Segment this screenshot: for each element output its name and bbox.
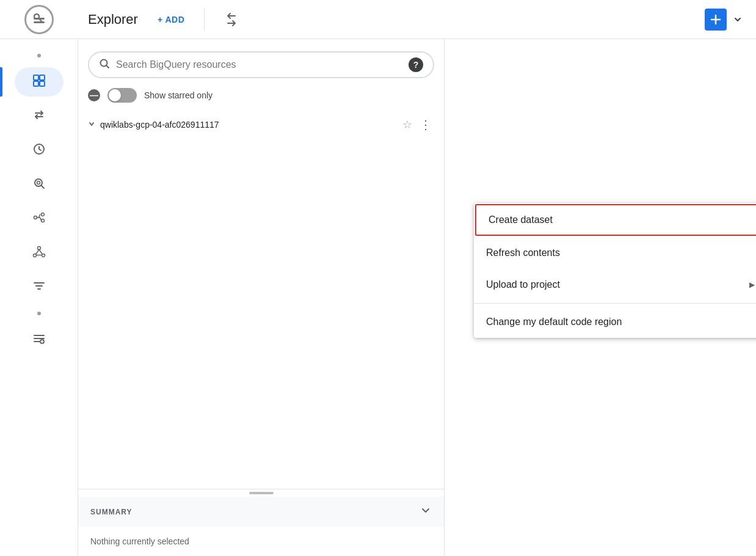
menu-item-change-region-label: Change my default code region — [486, 316, 622, 327]
svg-point-15 — [33, 254, 36, 257]
svg-rect-1 — [34, 21, 45, 23]
svg-point-12 — [41, 213, 44, 216]
project-row: qwiklabs-gcp-04-afc026911117 ☆ ⋮ — [78, 110, 444, 139]
top-header: Explorer + ADD — [0, 0, 756, 39]
sidebar-item-explorer[interactable] — [15, 67, 64, 97]
search-area: ? — [78, 39, 444, 86]
explorer-panel: ? — Show starred only qwiklabs-gcp-04-af… — [78, 39, 445, 556]
svg-point-14 — [37, 246, 40, 249]
svg-rect-7 — [40, 81, 45, 86]
help-icon[interactable]: ? — [409, 57, 423, 72]
svg-point-9 — [35, 179, 42, 186]
menu-item-upload-to-project-label: Upload to project — [486, 279, 560, 290]
page-title: Explorer — [88, 12, 138, 27]
menu-item-change-region[interactable]: Change my default code region — [474, 306, 756, 338]
header-divider — [204, 9, 205, 31]
vertex-icon — [32, 245, 46, 262]
filter-icon — [32, 279, 46, 296]
menu-item-create-dataset-label: Create dataset — [489, 214, 553, 225]
summary-section: SUMMARY Nothing currently selected — [78, 489, 444, 556]
summary-content: Nothing currently selected — [78, 527, 444, 556]
sidebar — [0, 39, 78, 556]
svg-rect-4 — [34, 75, 38, 80]
project-name: qwiklabs-gcp-04-afc026911117 — [100, 120, 398, 130]
svg-rect-5 — [40, 75, 45, 80]
header-right-actions — [705, 9, 756, 31]
drag-handle[interactable] — [78, 489, 444, 497]
sidebar-item-transfers[interactable] — [15, 101, 64, 131]
sidebar-item-vertex[interactable] — [15, 238, 64, 268]
sidebar-item-dataflow[interactable] — [15, 204, 64, 233]
header-title-area: Explorer + ADD — [78, 7, 705, 32]
sidebar-item-filter[interactable] — [15, 273, 64, 302]
starred-toggle-row: — Show starred only — [78, 86, 444, 110]
summary-chevron-icon[interactable] — [420, 504, 432, 519]
search-icon — [99, 58, 110, 72]
toggle-switch[interactable] — [107, 88, 137, 103]
search-jobs-icon — [32, 177, 46, 193]
summary-title: SUMMARY — [90, 508, 133, 516]
sidebar-item-list[interactable] — [15, 325, 64, 354]
drag-handle-bar — [249, 492, 274, 494]
summary-header: SUMMARY — [78, 497, 444, 527]
sidebar-dot-top — [37, 54, 41, 57]
toggle-minus-icon: — — [88, 89, 100, 101]
toggle-thumb — [109, 89, 121, 101]
toggle-track — [107, 88, 137, 103]
logo-area — [0, 5, 78, 34]
collapse-button[interactable] — [219, 7, 244, 32]
svg-point-16 — [42, 254, 45, 257]
more-options-icon[interactable]: ⋮ — [417, 115, 434, 134]
menu-item-refresh-contents-label: Refresh contents — [486, 247, 560, 258]
starred-label: Show starred only — [144, 90, 213, 100]
search-input[interactable] — [116, 59, 402, 70]
submenu-arrow-icon: ▶ — [749, 280, 755, 289]
add-button[interactable]: + ADD — [153, 11, 189, 28]
menu-item-refresh-contents[interactable]: Refresh contents — [474, 237, 756, 269]
svg-rect-6 — [34, 81, 38, 86]
new-tab-dropdown-button[interactable] — [729, 9, 746, 31]
svg-point-10 — [37, 181, 40, 184]
sidebar-dot-bottom — [37, 312, 41, 315]
transfer-icon — [32, 108, 46, 125]
context-menu: Create dataset Refresh contents Upload t… — [474, 203, 756, 338]
menu-item-upload-to-project[interactable]: Upload to project ▶ — [474, 269, 756, 301]
expand-arrow-icon[interactable] — [88, 120, 95, 130]
star-icon[interactable]: ☆ — [402, 118, 412, 131]
menu-item-create-dataset[interactable]: Create dataset — [475, 204, 756, 236]
summary-text: Nothing currently selected — [90, 536, 189, 546]
menu-divider — [474, 303, 756, 304]
logo-icon — [24, 5, 54, 34]
search-box: ? — [88, 51, 434, 78]
clock-icon — [32, 142, 46, 159]
explorer-icon — [32, 74, 46, 90]
new-tab-button[interactable] — [705, 9, 727, 31]
list-icon — [32, 332, 46, 348]
main-layout: ? — Show starred only qwiklabs-gcp-04-af… — [0, 39, 756, 556]
dataflow-icon — [32, 211, 46, 227]
sidebar-item-scheduled[interactable] — [15, 136, 64, 165]
sidebar-item-search-jobs[interactable] — [15, 170, 64, 199]
